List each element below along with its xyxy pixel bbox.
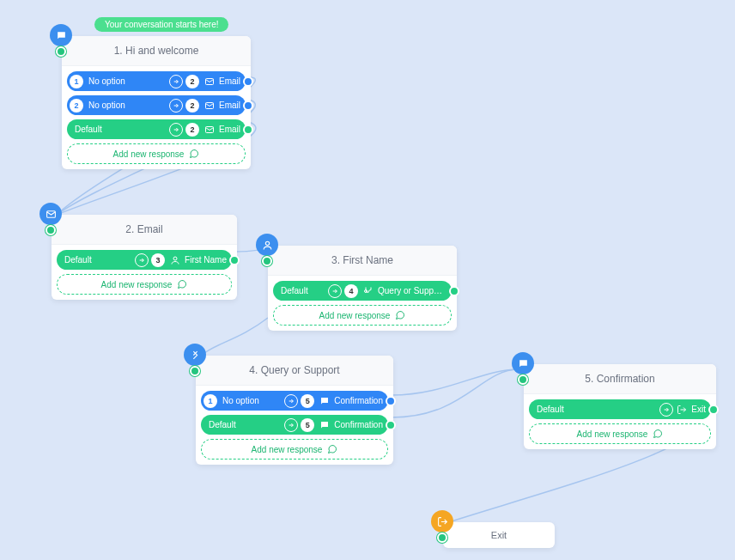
add-response-button[interactable]: Add new response xyxy=(529,423,711,444)
user-icon xyxy=(256,234,278,256)
add-response-label: Add new response xyxy=(319,311,391,320)
response-row[interactable]: 1 No option 2 Email xyxy=(67,71,246,91)
option-label: No option xyxy=(88,100,131,110)
option-number-badge: 2 xyxy=(70,99,83,113)
option-label: Default xyxy=(537,405,580,414)
add-response-label: Add new response xyxy=(101,280,173,289)
start-badge: Your conversation starts here! xyxy=(94,17,228,32)
branch-icon xyxy=(184,344,206,366)
target-number-badge: 5 xyxy=(301,418,314,432)
row-output-port[interactable] xyxy=(708,405,719,415)
target-number-badge: 2 xyxy=(185,123,199,137)
response-row-default[interactable]: Default 4 Query or Suppo… xyxy=(273,281,452,301)
chat-bubble-icon xyxy=(177,279,187,289)
add-response-label: Add new response xyxy=(113,149,185,159)
exit-icon xyxy=(676,404,688,416)
goto-arrow-icon xyxy=(328,284,342,298)
node-hi-and-welcome[interactable]: 1. Hi and welcome 1 No option 2 Email 2 … xyxy=(62,36,251,169)
target-label: Exit xyxy=(691,405,706,414)
response-row-default[interactable]: Default 3 First Name xyxy=(57,250,232,270)
mail-icon xyxy=(203,76,216,88)
node-input-port[interactable] xyxy=(437,533,447,543)
option-number-badge: 1 xyxy=(203,394,217,408)
node-title: 3. First Name xyxy=(268,246,457,276)
node-confirmation[interactable]: 5. Confirmation Default Exit Add new res… xyxy=(524,364,716,449)
node-input-port[interactable] xyxy=(190,366,200,376)
add-response-button[interactable]: Add new response xyxy=(273,305,452,326)
response-row-default[interactable]: Default Exit xyxy=(529,399,711,419)
row-output-port[interactable] xyxy=(243,125,253,135)
row-output-port[interactable] xyxy=(386,420,396,430)
chat-bubble-icon xyxy=(395,310,405,320)
option-number-badge: 1 xyxy=(70,75,83,88)
target-label: First Name xyxy=(185,255,227,265)
option-label: No option xyxy=(222,396,265,405)
node-input-port[interactable] xyxy=(46,225,56,235)
target-label: Confirmation xyxy=(334,396,383,405)
add-response-button[interactable]: Add new response xyxy=(201,439,388,460)
node-first-name[interactable]: 3. First Name Default 4 Query or Suppo… … xyxy=(268,246,457,331)
node-email[interactable]: 2. Email Default 3 First Name Add new re… xyxy=(52,215,237,300)
goto-arrow-icon xyxy=(169,123,183,137)
svg-point-4 xyxy=(173,257,177,260)
response-row[interactable]: 1 No option 5 Confirmation xyxy=(201,391,388,411)
branch-icon xyxy=(362,285,374,297)
goto-arrow-icon xyxy=(169,99,183,113)
option-label: Default xyxy=(281,286,324,295)
target-number-badge: 4 xyxy=(344,284,358,298)
option-label: No option xyxy=(88,76,131,86)
node-title: 2. Email xyxy=(52,215,237,245)
response-row-default[interactable]: Default 2 Email xyxy=(67,119,246,139)
node-input-port[interactable] xyxy=(518,374,528,385)
chat-icon xyxy=(319,419,331,431)
row-output-port[interactable] xyxy=(243,100,253,111)
chat-bubble-icon xyxy=(653,429,663,439)
target-number-badge: 2 xyxy=(185,75,199,88)
add-response-button[interactable]: Add new response xyxy=(67,143,246,164)
node-title: 1. Hi and welcome xyxy=(62,36,251,66)
add-response-label: Add new response xyxy=(577,429,648,439)
response-row[interactable]: 2 No option 2 Email xyxy=(67,95,246,115)
node-title: 4. Query or Support xyxy=(196,356,393,386)
mail-icon xyxy=(203,124,216,136)
node-exit[interactable]: Exit xyxy=(443,522,555,548)
row-output-port[interactable] xyxy=(243,76,253,87)
goto-arrow-icon xyxy=(284,394,298,408)
goto-arrow-icon xyxy=(659,403,673,417)
node-input-port[interactable] xyxy=(56,46,66,57)
user-icon xyxy=(169,254,181,266)
goto-arrow-icon xyxy=(284,418,298,432)
target-label: Confirmation xyxy=(334,420,383,429)
goto-arrow-icon xyxy=(135,253,149,267)
mail-icon xyxy=(203,100,216,112)
option-label: Default xyxy=(75,125,118,134)
svg-point-5 xyxy=(265,241,269,245)
target-label: Email xyxy=(219,76,240,86)
chat-bubble-icon xyxy=(189,149,199,159)
option-label: Default xyxy=(209,420,252,429)
row-output-port[interactable] xyxy=(449,286,459,296)
row-output-port[interactable] xyxy=(229,255,240,265)
target-label: Email xyxy=(219,100,240,110)
target-number-badge: 2 xyxy=(185,99,199,113)
chat-icon xyxy=(512,352,534,374)
add-response-label: Add new response xyxy=(252,445,323,454)
node-title: Exit xyxy=(491,530,507,540)
goto-arrow-icon xyxy=(169,75,183,88)
mail-icon xyxy=(39,203,62,225)
node-title: 5. Confirmation xyxy=(524,364,716,394)
node-query-or-support[interactable]: 4. Query or Support 1 No option 5 Confir… xyxy=(196,356,393,465)
target-label: Query or Suppo… xyxy=(378,286,446,295)
chat-bubble-icon xyxy=(327,444,337,454)
exit-icon xyxy=(431,510,453,533)
target-number-badge: 5 xyxy=(301,394,314,408)
row-output-port[interactable] xyxy=(386,396,396,406)
node-input-port[interactable] xyxy=(262,256,272,266)
chat-icon xyxy=(50,24,72,46)
chat-icon xyxy=(319,395,331,407)
target-number-badge: 3 xyxy=(151,253,165,267)
option-label: Default xyxy=(64,255,107,265)
response-row-default[interactable]: Default 5 Confirmation xyxy=(201,415,388,435)
add-response-button[interactable]: Add new response xyxy=(57,274,232,295)
target-label: Email xyxy=(219,125,240,134)
